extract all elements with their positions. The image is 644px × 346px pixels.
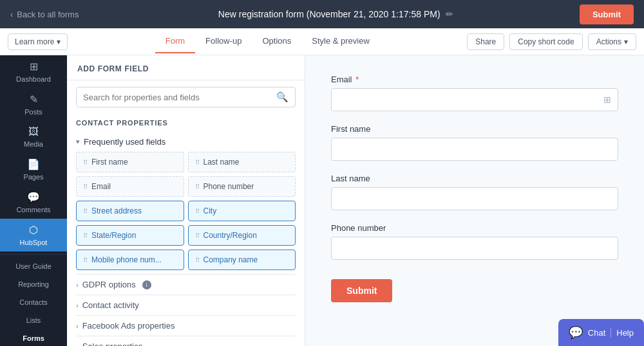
tab-follow-up[interactable]: Follow-up <box>195 30 252 53</box>
sidebar-item-label: Reporting <box>18 280 49 288</box>
actions-button[interactable]: Actions ▾ <box>588 33 636 50</box>
share-button[interactable]: Share <box>467 33 504 50</box>
tab-options[interactable]: Options <box>252 30 301 53</box>
field-state-region[interactable]: ⠿ State/Region <box>76 225 184 246</box>
nav-actions: Share Copy short code Actions ▾ <box>467 33 636 50</box>
sidebar-item-label: Lists <box>26 316 41 324</box>
phone-input[interactable] <box>331 237 618 260</box>
sidebar-item-posts[interactable]: ✎ Posts <box>0 88 67 121</box>
tab-form[interactable]: Form <box>155 30 195 53</box>
dashboard-icon: ⊞ <box>30 60 38 73</box>
sidebar-item-label: Media <box>24 140 43 148</box>
gdpr-options-row[interactable]: › GDPR options i <box>76 274 296 295</box>
toggle-arrow-icon: ▾ <box>76 138 80 146</box>
submit-top-button[interactable]: Submit <box>580 5 634 24</box>
sidebar-item-comments[interactable]: 💬 Comments <box>0 186 67 219</box>
form-title: New registration form (November 21, 2020… <box>91 9 580 19</box>
comments-icon: 💬 <box>27 191 40 203</box>
email-field-group: Email * ⊞ <box>331 75 618 111</box>
field-last-name[interactable]: ⠿ Last name <box>188 152 296 172</box>
sidebar-item-label: Forms <box>23 334 44 342</box>
frequently-used-toggle[interactable]: ▾ Frequently used fields <box>76 132 296 152</box>
sidebar-item-pages[interactable]: 📄 Pages <box>0 153 67 186</box>
back-button[interactable]: ‹ Back to all forms <box>10 10 79 19</box>
collapse-arrow-icon: › <box>76 343 79 347</box>
drag-handle-icon: ⠿ <box>83 257 88 264</box>
back-arrow-icon: ‹ <box>10 10 13 19</box>
sidebar-item-media[interactable]: 🖼 Media <box>0 121 67 153</box>
last-name-input[interactable] <box>331 187 618 210</box>
first-name-input[interactable] <box>331 138 618 161</box>
field-street-address[interactable]: ⠿ Street address <box>76 201 184 221</box>
left-panel: ADD FORM FIELD 🔍 CONTACT PROPERTIES ▾ Fr… <box>67 55 305 346</box>
facebook-ads-row[interactable]: › Facebook Ads properties <box>76 315 296 336</box>
sidebar-item-forms[interactable]: Forms <box>0 329 67 346</box>
drag-handle-icon: ⠿ <box>195 159 200 166</box>
posts-icon: ✎ <box>30 93 38 105</box>
last-name-field-group: Last name <box>331 174 618 210</box>
sidebar-item-user-guide[interactable]: User Guide <box>0 257 67 275</box>
add-form-field-header: ADD FORM FIELD <box>67 55 305 80</box>
first-name-label: First name <box>331 124 618 134</box>
sidebar-item-hubspot[interactable]: ⬡ HubSpot <box>0 219 67 251</box>
learn-more-button[interactable]: Learn more ▾ <box>8 33 68 50</box>
field-email[interactable]: ⠿ Email <box>76 176 184 197</box>
submit-form-button[interactable]: Submit <box>331 279 392 302</box>
right-panel: Email * ⊞ First name Last name Phone num… <box>305 55 644 346</box>
sidebar: ⊞ Dashboard ✎ Posts 🖼 Media 📄 Pages 💬 Co… <box>0 55 67 346</box>
field-country-region[interactable]: ⠿ Country/Region <box>188 225 296 246</box>
email-label: Email * <box>331 75 618 84</box>
top-bar: ‹ Back to all forms New registration for… <box>0 0 644 28</box>
drag-handle-icon: ⠿ <box>83 183 88 190</box>
last-name-label: Last name <box>331 174 618 183</box>
field-mobile-phone[interactable]: ⠿ Mobile phone num... <box>76 250 184 270</box>
chat-bubble-icon: 💬 <box>569 325 583 340</box>
field-list: ▾ Frequently used fields ⠿ First name ⠿ … <box>67 132 305 346</box>
field-phone-number[interactable]: ⠿ Phone number <box>188 176 296 197</box>
sidebar-item-label: User Guide <box>15 262 52 270</box>
dropdown-arrow-icon: ▾ <box>57 37 61 46</box>
collapse-arrow-icon: › <box>76 302 79 309</box>
contact-properties-header: CONTACT PROPERTIES <box>67 114 305 132</box>
info-icon: i <box>142 280 151 289</box>
field-first-name[interactable]: ⠿ First name <box>76 152 184 172</box>
edit-icon[interactable]: ✏ <box>446 9 453 19</box>
first-name-field-group: First name <box>331 124 618 161</box>
email-input-icon: ⊞ <box>603 95 611 105</box>
sidebar-item-label: Posts <box>24 108 43 116</box>
contact-activity-row[interactable]: › Contact activity <box>76 295 296 315</box>
sales-properties-row[interactable]: › Sales properties <box>76 336 296 346</box>
copy-short-code-button[interactable]: Copy short code <box>509 33 582 50</box>
email-input[interactable]: ⊞ <box>331 88 618 111</box>
chat-widget[interactable]: 💬 Chat Help <box>558 319 644 346</box>
drag-handle-icon: ⠿ <box>195 232 200 239</box>
sidebar-item-lists[interactable]: Lists <box>0 311 67 329</box>
media-icon: 🖼 <box>28 126 39 138</box>
tab-nav: Form Follow-up Options Style & preview <box>155 30 380 53</box>
tab-style-preview[interactable]: Style & preview <box>301 30 380 53</box>
drag-handle-icon: ⠿ <box>195 183 200 190</box>
collapse-arrow-icon: › <box>76 322 79 330</box>
sub-nav: Learn more ▾ Form Follow-up Options Styl… <box>0 28 644 55</box>
drag-handle-icon: ⠿ <box>83 232 88 239</box>
sidebar-item-contacts[interactable]: Contacts <box>0 293 67 311</box>
help-label: Help <box>611 328 634 338</box>
search-input[interactable] <box>83 93 276 102</box>
required-marker: * <box>355 75 359 84</box>
sidebar-item-label: Pages <box>23 173 43 181</box>
sidebar-item-label: Contacts <box>19 298 47 306</box>
sidebar-item-dashboard[interactable]: ⊞ Dashboard <box>0 55 67 88</box>
collapse-arrow-icon: › <box>76 281 79 289</box>
phone-field-group: Phone number <box>331 223 618 260</box>
sidebar-item-reporting[interactable]: Reporting <box>0 275 67 293</box>
back-label: Back to all forms <box>17 10 79 19</box>
field-grid: ⠿ First name ⠿ Last name ⠿ Email ⠿ Phone… <box>76 152 296 270</box>
actions-dropdown-icon: ▾ <box>624 37 628 46</box>
search-input-wrap[interactable]: 🔍 <box>76 87 296 107</box>
hubspot-icon: ⬡ <box>29 224 38 236</box>
drag-handle-icon: ⠿ <box>195 208 200 215</box>
sidebar-item-label: Dashboard <box>16 75 51 83</box>
field-company-name[interactable]: ⠿ Company name <box>188 250 296 270</box>
field-city[interactable]: ⠿ City <box>188 201 296 221</box>
drag-handle-icon: ⠿ <box>195 257 200 264</box>
